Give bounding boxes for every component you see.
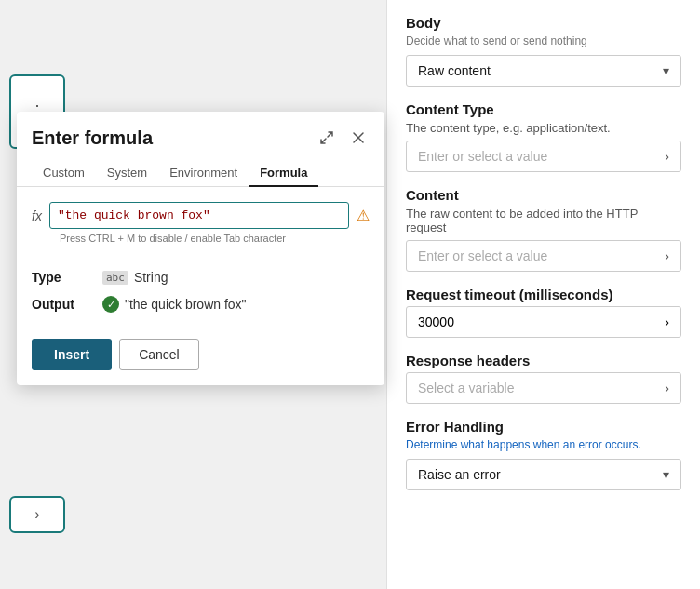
error-handling-selected: Raise an error <box>418 467 501 482</box>
content-subtitle: The raw content to be added into the HTT… <box>406 207 681 234</box>
body-subtitle: Decide what to send or send nothing <box>406 34 681 47</box>
canvas-node-bottom: › <box>9 496 65 533</box>
formula-area: fx ⚠ Press CTRL + M to disable / enable … <box>17 187 384 259</box>
content-type-placeholder: Enter or select a value <box>418 149 547 164</box>
tab-system[interactable]: System <box>96 160 158 187</box>
body-chevron-icon: ▾ <box>663 63 669 78</box>
formula-meta: Type abc String Output ✓ "the quick brow… <box>17 259 384 324</box>
type-value-text: String <box>134 270 168 285</box>
type-value: abc String <box>102 270 168 285</box>
response-headers-placeholder: Select a variable <box>418 381 515 395</box>
content-arrow-icon: › <box>665 248 669 263</box>
response-headers-arrow-icon: › <box>665 381 669 395</box>
output-label: Output <box>32 297 88 312</box>
content-title: Content <box>406 187 681 203</box>
dialog-header: Enter formula <box>17 112 384 149</box>
canvas-area: ⋮ › Enter formula Custom S <box>0 0 386 589</box>
body-title: Body <box>406 15 681 31</box>
request-timeout-arrow-icon: › <box>665 315 669 329</box>
output-value: ✓ "the quick brown fox" <box>102 296 247 313</box>
dialog-header-icons <box>316 127 370 149</box>
content-type-arrow-icon: › <box>665 149 669 164</box>
dialog-tabs: Custom System Environment Formula <box>17 149 384 187</box>
body-selected-value: Raw content <box>418 63 491 78</box>
tab-environment[interactable]: Environment <box>158 160 249 187</box>
close-icon[interactable] <box>347 127 370 149</box>
tab-formula[interactable]: Formula <box>249 160 318 187</box>
check-icon: ✓ <box>102 296 119 313</box>
formula-input[interactable] <box>49 202 349 229</box>
expand-icon[interactable] <box>316 127 338 149</box>
content-type-field[interactable]: Enter or select a value › <box>406 141 681 172</box>
formula-hint: Press CTRL + M to disable / enable Tab c… <box>32 233 370 244</box>
request-timeout-title: Request timeout (milliseconds) <box>406 287 681 302</box>
error-handling-dropdown[interactable]: Raise an error ▾ <box>406 459 681 490</box>
dialog-title: Enter formula <box>32 127 153 149</box>
request-timeout-field[interactable]: 30000 › <box>406 306 681 338</box>
enter-formula-dialog: Enter formula Custom System Environment … <box>17 112 384 385</box>
right-panel: Body Decide what to send or send nothing… <box>386 0 700 589</box>
tab-custom[interactable]: Custom <box>32 160 96 187</box>
type-label: Type <box>32 270 88 285</box>
content-field[interactable]: Enter or select a value › <box>406 240 681 272</box>
fx-label: fx <box>32 208 42 223</box>
error-handling-subtitle: Determine what happens when an error occ… <box>406 438 681 451</box>
cancel-button[interactable]: Cancel <box>119 339 199 370</box>
body-dropdown[interactable]: Raw content ▾ <box>406 55 681 87</box>
output-row: Output ✓ "the quick brown fox" <box>32 296 370 313</box>
formula-input-row: fx ⚠ <box>32 202 370 229</box>
content-type-subtitle: The content type, e.g. application/text. <box>406 121 681 135</box>
request-timeout-value: 30000 <box>418 315 454 329</box>
response-headers-field[interactable]: Select a variable › <box>406 372 681 404</box>
insert-button[interactable]: Insert <box>32 339 112 370</box>
error-handling-subtitle-text: Determine what happens when an error occ… <box>406 438 641 451</box>
error-handling-chevron-icon: ▾ <box>663 467 669 482</box>
content-type-title: Content Type <box>406 101 681 117</box>
type-icon: abc <box>102 271 128 285</box>
content-placeholder: Enter or select a value <box>418 248 547 263</box>
output-value-text: "the quick brown fox" <box>125 297 247 312</box>
node-arrow: › <box>34 506 39 523</box>
error-handling-title: Error Handling <box>406 419 681 435</box>
info-icon: ⚠ <box>357 207 370 224</box>
type-row: Type abc String <box>32 270 370 285</box>
response-headers-title: Response headers <box>406 353 681 368</box>
dialog-footer: Insert Cancel <box>17 324 384 385</box>
